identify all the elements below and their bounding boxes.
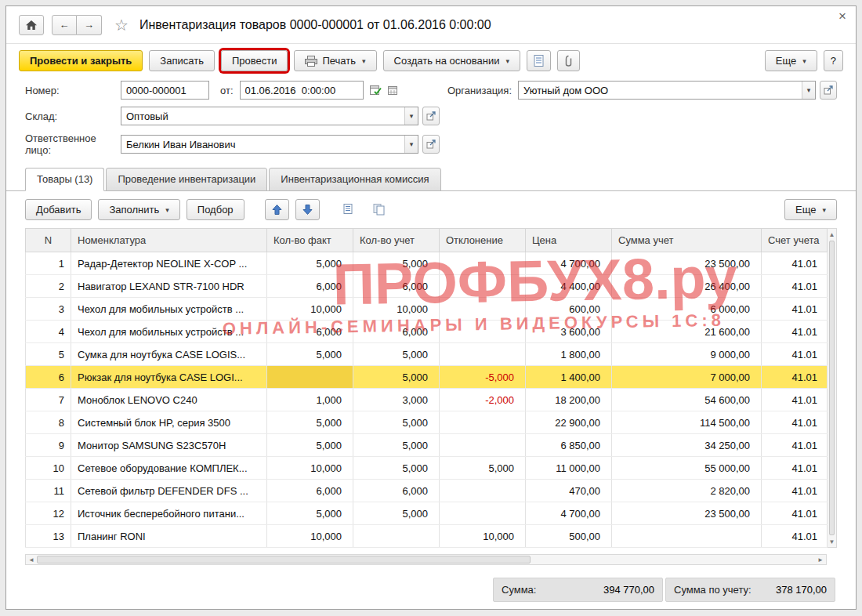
column-header[interactable]: Кол-во учет [353,229,440,252]
column-header[interactable]: Цена [526,229,612,252]
column-header[interactable]: Счет учета [762,229,828,252]
table-row[interactable]: 2Навигатор LEXAND STR-7100 HDR6,0006,000… [26,275,828,298]
help-button[interactable]: ? [824,50,843,71]
scroll-track[interactable] [531,555,815,564]
cell-dev[interactable]: -2,000 [440,389,526,411]
table-more-button[interactable]: Еще ▾ [784,199,837,220]
set-current-date-button[interactable] [368,81,385,100]
cell-sum[interactable]: 55 000,00 [612,457,762,480]
cell-dev[interactable] [440,252,526,275]
cell-fact[interactable]: 1,000 [267,389,353,411]
cell-dev[interactable] [440,298,526,321]
post-and-close-button[interactable]: Провести и закрыть [19,50,143,71]
back-button[interactable]: ← [52,15,77,35]
open-person-button[interactable] [422,135,440,154]
cell-fact[interactable]: 5,000 [267,434,353,457]
forward-button[interactable]: → [77,15,102,35]
cell-name[interactable]: Планинг RONI [71,525,267,548]
cell-n[interactable]: 11 [26,480,71,502]
cell-name[interactable]: Сетевой фильтр DEFENDER DFS ... [71,480,267,502]
horizontal-scrollbar[interactable]: ◄ ► [25,554,827,565]
write-button[interactable]: Записать [149,50,215,71]
tab-goods[interactable]: Товары (13) [25,168,104,191]
cell-account[interactable]: 41.01 [762,389,828,411]
post-button[interactable]: Провести [221,50,288,71]
cell-n[interactable]: 4 [26,321,71,343]
cell-sum[interactable]: 34 250,00 [612,434,762,457]
column-header[interactable]: N [26,229,71,252]
cell-name[interactable]: Чехол для мобильных устройств ... [71,298,267,321]
scroll-up-icon[interactable]: ▲ [828,229,836,240]
pick-button[interactable]: Подбор [187,199,244,220]
cell-account[interactable]: 41.01 [762,434,828,457]
table-row[interactable]: 6Рюкзак для ноутбука CASE LOGI...5,000-5… [26,366,828,389]
cell-price[interactable]: 4 700,00 [526,252,612,275]
table-row[interactable]: 7Моноблок LENOVO C2401,0003,000-2,00018 … [26,389,828,411]
column-header[interactable]: Сумма учет [612,229,762,252]
move-row-up-button[interactable] [265,199,289,220]
cell-price[interactable]: 6 850,00 [526,434,612,457]
cell-n[interactable]: 3 [26,298,71,321]
cell-dev[interactable]: 5,000 [440,457,526,480]
cell-qty[interactable]: 5,000 [353,457,440,480]
cell-n[interactable]: 13 [26,525,71,548]
cell-n[interactable]: 7 [26,389,71,411]
cell-account[interactable]: 41.01 [762,366,828,389]
cell-name[interactable]: Навигатор LEXAND STR-7100 HDR [71,275,267,298]
cell-price[interactable]: 18 200,00 [526,389,612,411]
cell-account[interactable]: 41.01 [762,411,828,434]
table-row[interactable]: 4Чехол для мобильных устройств ...6,0006… [26,321,828,343]
date-input[interactable] [241,82,388,99]
cell-qty[interactable]: 3,000 [353,389,440,411]
cell-dev[interactable] [440,343,526,366]
cell-n[interactable]: 12 [26,502,71,525]
cell-account[interactable]: 41.01 [762,252,828,275]
cell-sum[interactable]: 21 600,00 [612,321,762,343]
cell-sum[interactable]: 6 000,00 [612,298,762,321]
column-header[interactable]: Номенклатура [71,229,267,252]
cell-name[interactable]: Чехол для мобильных устройств ... [71,321,267,343]
cell-account[interactable]: 41.01 [762,525,828,548]
cell-qty[interactable]: 5,000 [353,343,440,366]
cell-name[interactable]: Радар-Детектор NEOLINE X-COP ... [71,252,267,275]
responsible-person-input[interactable] [121,136,404,153]
cell-dev[interactable] [440,275,526,298]
attachments-button[interactable] [557,50,580,71]
chevron-down-icon[interactable]: ▾ [404,107,418,125]
favorite-star-icon[interactable]: ☆ [114,16,129,34]
print-button[interactable]: Печать ▾ [294,50,376,71]
cell-dev[interactable] [440,502,526,525]
cell-name[interactable]: Рюкзак для ноутбука CASE LOGI... [71,366,267,389]
cell-name[interactable]: Источник бесперебойного питани... [71,502,267,525]
more-button[interactable]: Еще ▾ [765,50,817,71]
close-icon[interactable]: × [838,9,846,23]
cell-price[interactable]: 470,00 [526,480,612,502]
column-header[interactable]: Кол-во факт [267,229,353,252]
cell-price[interactable]: 500,00 [526,525,612,548]
cell-sum[interactable]: 23 500,00 [612,252,762,275]
vertical-scrollbar[interactable]: ▲ ▼ [828,228,837,548]
cell-account[interactable]: 41.01 [762,275,828,298]
open-warehouse-button[interactable] [422,107,440,125]
cell-account[interactable]: 41.01 [762,457,828,480]
number-field[interactable] [121,81,209,100]
cell-qty[interactable]: 6,000 [353,275,440,298]
table-row[interactable]: 9Монитор SAMSUNG S23C570H5,0005,0006 850… [26,434,828,457]
tab-inventory-commission[interactable]: Инвентаризационная комиссия [269,168,440,191]
cell-price[interactable]: 11 000,00 [526,457,612,480]
cell-qty[interactable]: 6,000 [353,480,440,502]
cell-n[interactable]: 9 [26,434,71,457]
fill-button[interactable]: Заполнить ▾ [98,199,179,220]
cell-sum[interactable]: 7 000,00 [612,366,762,389]
cell-sum[interactable]: 9 000,00 [612,343,762,366]
create-based-on-button[interactable]: Создать на основании ▾ [383,50,520,71]
cell-fact[interactable]: 10,000 [267,457,353,480]
cell-qty[interactable]: 5,000 [353,366,440,389]
scroll-down-icon[interactable]: ▼ [828,536,836,547]
cell-n[interactable]: 10 [26,457,71,480]
chevron-down-icon[interactable]: ▾ [404,136,418,153]
cell-dev[interactable] [440,321,526,343]
cell-price[interactable]: 1 400,00 [526,366,612,389]
cell-account[interactable]: 41.01 [762,298,828,321]
cell-fact[interactable]: 5,000 [267,502,353,525]
